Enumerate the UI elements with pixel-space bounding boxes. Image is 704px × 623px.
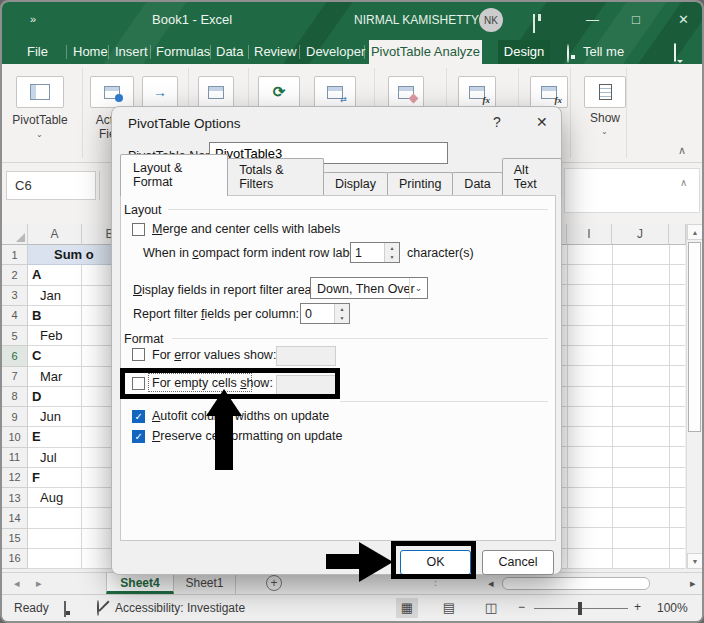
quick-access-chevrons-icon[interactable]: » <box>30 13 34 25</box>
refresh-button[interactable]: ⟳ <box>258 76 300 108</box>
zoom-level[interactable]: 100% <box>657 601 688 615</box>
ribbon-display-options-icon[interactable] <box>533 14 535 33</box>
row-header[interactable]: 4 <box>2 306 28 326</box>
cell-a9[interactable]: Jun <box>28 407 82 427</box>
row-header[interactable]: 8 <box>2 387 28 407</box>
fields-items-sets-button[interactable]: fx <box>458 76 496 108</box>
tell-me[interactable]: Tell me <box>583 40 624 64</box>
row-header[interactable]: 16 <box>2 549 28 569</box>
row-header[interactable]: 11 <box>2 448 28 468</box>
menu-file[interactable]: File <box>27 40 48 64</box>
preserve-label[interactable]: Preserve cell formatting on update <box>152 429 342 443</box>
cell-a6[interactable]: C <box>28 346 82 366</box>
tab-alt-text[interactable]: Alt Text <box>502 158 562 196</box>
indent-value[interactable]: 1 <box>355 246 362 260</box>
clear-actions-button[interactable] <box>388 76 424 108</box>
error-values-checkbox[interactable] <box>132 348 145 361</box>
collapse-formula-bar-icon[interactable]: ∧ <box>680 177 687 188</box>
zoom-out-icon[interactable]: − <box>518 600 525 614</box>
row-header[interactable]: 10 <box>2 427 28 447</box>
merge-label[interactable]: Merge and center cells with labels <box>152 222 340 236</box>
active-field-button[interactable] <box>90 76 134 108</box>
formula-input[interactable] <box>564 168 700 213</box>
tab-totals-filters[interactable]: Totals & Filters <box>227 158 324 196</box>
show-label[interactable]: Show <box>584 111 626 125</box>
preserve-checkbox[interactable] <box>132 430 145 443</box>
vertical-scrollbar-thumb[interactable] <box>688 242 701 432</box>
spinner-arrows-icon[interactable]: ▲▼ <box>334 304 349 323</box>
field-list-button[interactable] <box>198 76 234 108</box>
tab-data[interactable]: Data <box>452 172 502 196</box>
menu-data[interactable]: Data <box>216 40 243 64</box>
tab-layout-format[interactable]: Layout & Format <box>120 154 228 196</box>
cell-a11[interactable]: Jul <box>28 448 82 468</box>
row-header[interactable]: 2 <box>2 265 28 285</box>
accessibility-status[interactable]: Accessibility: Investigate <box>115 601 245 615</box>
row-header-active[interactable]: 6 <box>2 346 28 366</box>
tab-display[interactable]: Display <box>323 172 388 196</box>
column-header-a[interactable]: A <box>28 224 82 245</box>
display-fields-dropdown[interactable]: Down, Then Over ⌄ <box>310 277 428 299</box>
report-filter-spinner[interactable]: 0 ▲▼ <box>300 303 350 324</box>
row-header[interactable]: 15 <box>2 529 28 549</box>
cell-a15[interactable] <box>28 529 82 549</box>
grid-cells-right[interactable] <box>562 245 685 569</box>
row-header[interactable]: 5 <box>2 326 28 346</box>
horizontal-scrollbar-thumb[interactable] <box>502 577 650 590</box>
cell-a5[interactable]: Feb <box>28 326 82 346</box>
menu-pivottable-analyze[interactable]: PivotTable Analyze <box>369 40 482 64</box>
view-page-layout-icon[interactable]: ▤ <box>438 598 460 618</box>
change-data-source-button[interactable]: ⇄ <box>314 76 356 108</box>
drill-down-button[interactable]: → <box>142 76 178 108</box>
comments-icon[interactable] <box>674 43 676 62</box>
pivottable-button[interactable] <box>16 76 64 108</box>
row-header[interactable]: 1 <box>2 245 28 265</box>
menu-review[interactable]: Review <box>254 40 297 64</box>
scroll-up-icon[interactable]: ▲ <box>687 224 703 240</box>
pivottable-label[interactable]: PivotTable <box>6 113 74 127</box>
sheet-nav-left-icon[interactable]: ◂ <box>14 573 20 594</box>
column-header-j[interactable]: J <box>612 224 669 245</box>
display-fields-value[interactable]: Down, Then Over <box>317 282 415 296</box>
cell-a16[interactable] <box>28 549 82 569</box>
close-button[interactable]: ✕ <box>678 11 689 29</box>
menu-home[interactable]: Home <box>73 40 108 64</box>
view-normal-icon[interactable]: ▦ <box>396 598 418 618</box>
cell-a14[interactable] <box>28 508 82 528</box>
spinner-arrows-icon[interactable]: ▲▼ <box>384 243 399 262</box>
cell-a3[interactable]: Jan <box>28 286 82 306</box>
row-header[interactable]: 9 <box>2 407 28 427</box>
maximize-button[interactable]: □ <box>632 11 640 29</box>
error-values-label[interactable]: For error values show: <box>152 348 276 362</box>
hscroll-right-icon[interactable]: ▸ <box>690 573 696 594</box>
indent-spinner[interactable]: 1 ▲▼ <box>350 242 400 263</box>
user-name[interactable]: NIRMAL KAMISHETTY <box>354 13 479 27</box>
name-box[interactable]: C6 <box>6 171 96 200</box>
menu-insert[interactable]: Insert <box>115 40 148 64</box>
cancel-button[interactable]: Cancel <box>482 550 554 575</box>
row-header[interactable]: 12 <box>2 468 28 488</box>
show-button[interactable] <box>584 76 626 108</box>
merge-checkbox[interactable] <box>132 223 145 236</box>
collapse-ribbon-icon[interactable]: ∧ <box>678 144 686 157</box>
cell-a12[interactable]: F <box>28 468 82 488</box>
row-header[interactable]: 7 <box>2 367 28 387</box>
zoom-slider-thumb[interactable] <box>578 602 582 615</box>
view-page-break-icon[interactable]: ◫ <box>480 598 502 618</box>
row-header[interactable]: 14 <box>2 508 28 528</box>
cell-a10[interactable]: E <box>28 427 82 447</box>
olap-tools-button[interactable]: fx <box>530 76 568 108</box>
select-all-corner[interactable] <box>2 224 28 245</box>
dialog-close-icon[interactable]: ✕ <box>536 114 548 130</box>
hscroll-left-icon[interactable]: ◂ <box>488 573 494 594</box>
cell-a8[interactable]: D <box>28 387 82 407</box>
minimize-button[interactable]: — <box>586 11 599 29</box>
cell-a7[interactable]: Mar <box>28 367 82 387</box>
menu-design[interactable]: Design <box>498 40 550 64</box>
dropdown-chevron-icon[interactable]: ⌄ <box>409 278 427 298</box>
column-header-i[interactable]: I <box>567 224 612 245</box>
avatar[interactable]: NK <box>479 8 503 32</box>
menu-formulas[interactable]: Formulas <box>156 40 210 64</box>
sheet-tab-sheet1[interactable]: Sheet1 <box>174 573 236 594</box>
cell-a4[interactable]: B <box>28 306 82 326</box>
